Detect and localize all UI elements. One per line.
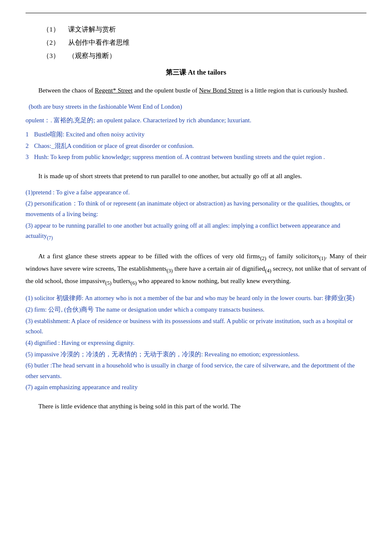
ann-num-1: 1 <box>26 129 34 140</box>
lesson-title: 第三课 At the tailors <box>26 68 366 77</box>
ann-num-2: 2 <box>26 141 34 151</box>
ann-text-1: Bustle喧闹: Excited and often noisy activi… <box>34 129 366 140</box>
paragraph-2: It is made up of short streets that pret… <box>26 171 366 182</box>
annotation-p2-1: (1)pretend : To give a false appearance … <box>26 187 366 198</box>
annotation-p3-5: (5) impassive 冷漠的；冷淡的，无表情的；无动于衷的，冷漠的: Re… <box>26 349 366 360</box>
annotation-p3-6: (6) butler :The head servant in a househ… <box>26 360 366 381</box>
annotation-p3-1: (1) solicitor 初级律师: An attorney who is n… <box>26 293 366 304</box>
annotation-p1-bustle: 1 Bustle喧闹: Excited and often noisy acti… <box>26 129 366 140</box>
annotation-p3-3: (3) establishment: A place of residence … <box>26 316 366 337</box>
ann-num-3: 3 <box>26 152 34 162</box>
ann-text-3: Hush: To keep from public knowledge; sup… <box>34 152 366 162</box>
outline-item-3: （3） （观察与推断） <box>43 52 366 61</box>
annotation-p1-2: opulent：. 富裕的,充足的; an opulent palace. Ch… <box>26 115 366 126</box>
outline-text-1: 课文讲解与赏析 <box>68 25 116 34</box>
paragraph-3: At a first glance these streets appear t… <box>26 251 366 288</box>
outline-num-2: （2） <box>43 38 68 47</box>
annotation-p2-2: (2) personification：To think of or repre… <box>26 198 366 219</box>
annotation-p3-2: (2) firm: 公司, (合伙)商号 The name or designa… <box>26 304 366 315</box>
annotation-p3-4: (4) dignified : Having or expressing dig… <box>26 338 366 348</box>
paragraph-4: There is little evidence that anything i… <box>26 401 366 412</box>
annotation-p1-hush: 3 Hush: To keep from public knowledge; s… <box>26 152 366 162</box>
outline-item-1: （1） 课文讲解与赏析 <box>43 25 366 34</box>
outline-text-3: （观察与推断） <box>68 52 116 61</box>
top-divider <box>26 13 366 13</box>
outline-list: （1） 课文讲解与赏析 （2） 从创作中看作者思维 （3） （观察与推断） <box>43 25 366 61</box>
annotation-p1-1: (both are busy streets in the fashionabl… <box>26 101 366 112</box>
annotation-p3-7: (7) again emphasizing appearance and rea… <box>26 382 366 393</box>
annotation-p2-3: (3) appear to be running parallel to one… <box>26 220 366 243</box>
outline-text-2: 从创作中看作者思维 <box>68 38 130 47</box>
outline-item-2: （2） 从创作中看作者思维 <box>43 38 366 47</box>
outline-num-1: （1） <box>43 25 68 34</box>
paragraph-1: Between the chaos of Regent* Street and … <box>26 85 366 96</box>
ann-text-2: Chaos:_混乱A condition or place of great d… <box>34 141 366 151</box>
annotation-p1-chaos: 2 Chaos:_混乱A condition or place of great… <box>26 141 366 151</box>
outline-num-3: （3） <box>43 52 68 61</box>
